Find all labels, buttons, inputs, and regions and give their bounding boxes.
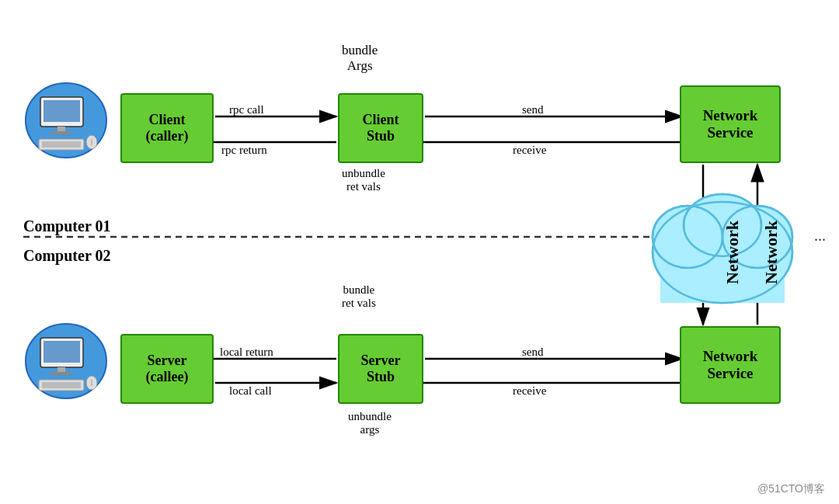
client-caller-box: Client(caller) xyxy=(120,93,214,163)
svg-rect-30 xyxy=(42,382,81,388)
send-bottom-label: send xyxy=(522,346,544,359)
svg-rect-17 xyxy=(44,100,80,122)
svg-text:Network: Network xyxy=(761,220,781,284)
diagram: ... Computer 01 Computer 02 xyxy=(0,0,839,504)
svg-rect-19 xyxy=(50,131,72,134)
svg-text:...: ... xyxy=(814,227,826,244)
client-stub-box: ClientStub xyxy=(338,93,423,163)
bundle-args-label: bundleArgs xyxy=(342,43,378,74)
rpc-return-label: rpc return xyxy=(221,144,267,157)
svg-rect-28 xyxy=(50,372,72,375)
bundle-ret-vals-label: bundleret vals xyxy=(342,283,376,310)
unbundle-args-label: unbundleargs xyxy=(348,410,392,436)
server-callee-box: Server(callee) xyxy=(120,334,214,404)
svg-rect-21 xyxy=(42,141,81,148)
watermark: @51CTO博客 xyxy=(757,482,825,496)
network-service-bottom-box: NetworkService xyxy=(680,326,781,404)
server-stub-box: ServerStub xyxy=(338,334,423,404)
computer-02-label: Computer 02 xyxy=(23,247,110,265)
rpc-call-label: rpc call xyxy=(229,103,264,116)
receive-top-label: receive xyxy=(513,144,546,157)
computer-01-label: Computer 01 xyxy=(23,217,110,235)
unbundle-ret-vals-top-label: unbundleret vals xyxy=(342,167,385,193)
svg-rect-26 xyxy=(44,341,80,363)
local-call-label: local call xyxy=(229,384,272,398)
server-computer-icon xyxy=(23,322,109,400)
receive-bottom-label: receive xyxy=(513,384,546,398)
network-cloud: Network Network xyxy=(637,167,808,322)
svg-text:Network: Network xyxy=(722,220,742,284)
client-computer-icon xyxy=(23,82,109,159)
local-return-label: local return xyxy=(220,346,273,359)
network-service-top-box: NetworkService xyxy=(680,85,781,163)
send-top-label: send xyxy=(522,103,544,116)
